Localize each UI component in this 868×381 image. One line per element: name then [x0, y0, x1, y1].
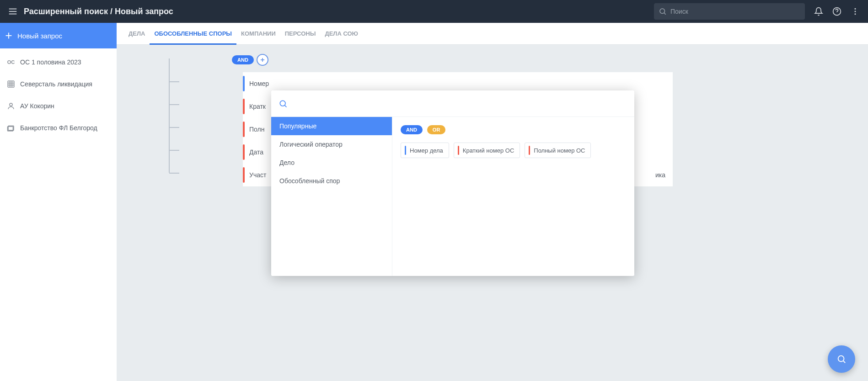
menu-icon[interactable] [4, 2, 22, 21]
tree-stub [169, 173, 179, 174]
saved-query-label: Северсталь ликвидация [20, 80, 92, 88]
popup-right-panel: AND OR Номер дела Краткий номер ОС [392, 117, 634, 276]
tab-isolated-disputes[interactable]: Обособленные споры [150, 23, 236, 45]
saved-queries-list: ОС ОС 1 половина 2023 Северсталь ликвида… [0, 48, 117, 139]
field-chip-case-number[interactable]: Номер дела [401, 143, 449, 158]
tab-companies[interactable]: Компании [236, 23, 280, 45]
condition-marker [243, 76, 245, 91]
popup-categories: Популярные Логический оператор Дело Обос… [271, 117, 392, 276]
field-chip-label: Краткий номер ОС [463, 147, 514, 154]
svg-point-22 [280, 101, 285, 106]
main: Дела Обособленные споры Компании Персоны… [117, 23, 868, 381]
folder-icon [5, 124, 16, 132]
svg-point-24 [838, 356, 844, 362]
condition-label: Полн [249, 126, 264, 133]
svg-point-17 [10, 103, 12, 106]
condition-label: Номер [249, 80, 269, 87]
person-icon [5, 102, 16, 110]
operator-pill-and[interactable]: AND [232, 55, 254, 64]
saved-query-item[interactable]: АУ Кокорин [0, 95, 117, 117]
tab-cases[interactable]: Дела [124, 23, 150, 45]
page-title: Расширенный поиск / Новый запрос [24, 7, 173, 16]
operator-chips: AND OR [401, 125, 626, 134]
search-input[interactable] [670, 8, 800, 15]
notifications-icon[interactable] [809, 2, 828, 21]
condition-marker [243, 167, 245, 183]
help-icon[interactable] [828, 2, 846, 21]
category-isolated-dispute[interactable]: Обособленный спор [271, 172, 392, 190]
saved-query-item[interactable]: Банкротство ФЛ Белгород [0, 117, 117, 139]
condition-marker [243, 122, 245, 137]
condition-trailing-text: ика [655, 171, 665, 179]
svg-line-25 [843, 361, 845, 363]
search-icon [279, 99, 288, 108]
plus-icon [4, 31, 14, 41]
field-chip-label: Полный номер ОС [534, 147, 585, 154]
popup-body: Популярные Логический оператор Дело Обос… [271, 117, 634, 276]
marker-icon [405, 146, 406, 155]
svg-point-7 [855, 8, 856, 10]
marker-icon [529, 146, 530, 155]
saved-query-item[interactable]: ОС ОС 1 половина 2023 [0, 51, 117, 73]
category-popular[interactable]: Популярные [271, 117, 392, 135]
svg-line-4 [664, 13, 665, 14]
saved-query-label: АУ Кокорин [20, 102, 54, 110]
svg-rect-12 [8, 81, 14, 87]
svg-point-9 [855, 13, 856, 15]
condition-label: Участ [249, 171, 266, 179]
tree-stub [169, 81, 179, 82]
app-header: Расширенный поиск / Новый запрос [0, 0, 868, 23]
marker-icon [458, 146, 459, 155]
tree-stub [169, 150, 179, 151]
more-icon[interactable] [846, 2, 864, 21]
tab-soyu-cases[interactable]: Дела СОЮ [320, 23, 363, 45]
category-case[interactable]: Дело [271, 153, 392, 172]
saved-query-item[interactable]: Северсталь ликвидация [0, 73, 117, 95]
add-condition-button[interactable] [257, 54, 268, 66]
condition-label: Кратк [249, 103, 266, 110]
sidebar: Новый запрос ОС ОС 1 половина 2023 Север… [0, 23, 117, 381]
tab-persons[interactable]: Персоны [280, 23, 321, 45]
operator-chip-or[interactable]: OR [427, 125, 446, 134]
search-icon [836, 354, 847, 364]
saved-query-label: Банкротство ФЛ Белгород [20, 124, 97, 132]
popup-search-row [271, 90, 634, 117]
saved-query-label: ОС 1 половина 2023 [20, 58, 81, 66]
condition-marker [243, 144, 245, 160]
new-query-label: Новый запрос [17, 32, 62, 40]
svg-point-3 [660, 9, 665, 14]
field-chip-label: Номер дела [410, 147, 443, 154]
field-chip-full-oc-number[interactable]: Полный номер ОС [525, 143, 591, 158]
query-canvas: AND Номер Кратк [117, 45, 868, 381]
search-fab[interactable] [828, 345, 855, 373]
operator-chip-and[interactable]: AND [401, 125, 423, 134]
new-query-button[interactable]: Новый запрос [0, 23, 117, 48]
condition-marker [243, 99, 245, 114]
search-icon [659, 7, 667, 16]
plus-icon [259, 57, 266, 63]
field-chip-short-oc-number[interactable]: Краткий номер ОС [454, 143, 520, 158]
company-icon [5, 80, 16, 88]
popup-search-input[interactable] [293, 100, 627, 108]
tabs-bar: Дела Обособленные споры Компании Персоны… [117, 23, 868, 45]
operator-row: AND [232, 54, 868, 66]
oc-icon: ОС [5, 59, 16, 65]
svg-point-8 [855, 11, 856, 12]
global-search[interactable] [654, 3, 805, 20]
category-logic-operator[interactable]: Логический оператор [271, 135, 392, 153]
svg-line-23 [285, 105, 287, 107]
condition-label: Дата [249, 148, 263, 156]
tree-wire [169, 58, 170, 173]
tree-stub [169, 104, 179, 105]
tree-stub [169, 127, 179, 128]
field-chips: Номер дела Краткий номер ОС Полный номер… [401, 143, 626, 158]
field-picker-popup: Популярные Логический оператор Дело Обос… [271, 90, 634, 276]
